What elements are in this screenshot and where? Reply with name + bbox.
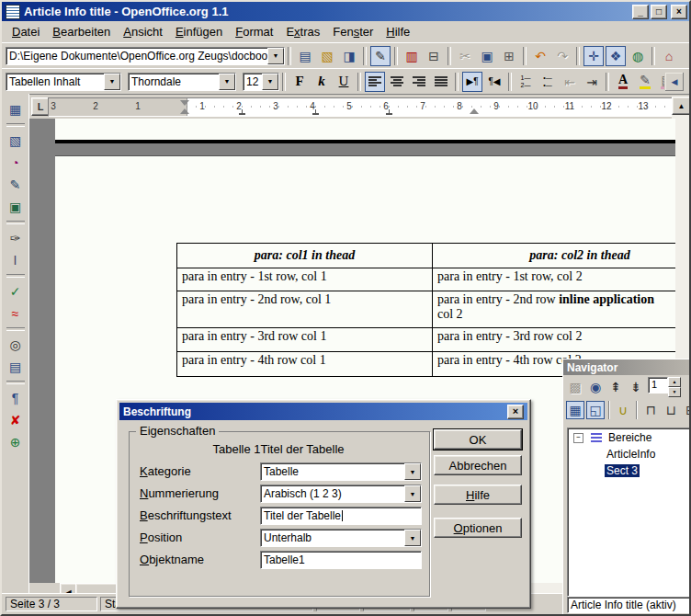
page-number-value[interactable]: 1 [648, 377, 668, 394]
data-sources-button[interactable]: ▤ [6, 357, 26, 377]
scroll-up-button[interactable]: ▲ [672, 97, 691, 115]
undo-button[interactable]: ↶ [530, 46, 550, 66]
url-combobox[interactable]: D:\Eigene Dokumente\OpenOffice.org Zeugs… [6, 47, 285, 65]
increase-indent-button[interactable]: ⇥ [582, 72, 602, 92]
menu-format[interactable]: Format [229, 23, 279, 40]
font-dropdown-arrow-icon[interactable]: ▼ [219, 74, 235, 90]
font-color-button[interactable]: A [613, 72, 633, 92]
table-cell[interactable]: para in entry - 2nd row, col 1 [177, 291, 433, 328]
cancel-button[interactable]: Abbrechen [434, 455, 522, 475]
table-header-cell[interactable]: para: col2 in thead [433, 244, 676, 268]
align-center-button[interactable] [387, 72, 407, 92]
cut-button[interactable]: ✂ [455, 46, 475, 66]
table-cell[interactable]: para in entry - 3rd row col 1 [177, 328, 433, 352]
tree-expander-icon[interactable]: − [573, 433, 583, 443]
navigator-toggle-button[interactable]: ✛ [583, 46, 604, 66]
content-view-button[interactable]: ▦ [566, 401, 584, 419]
hyperlink-dialog-button[interactable]: ◍ [628, 46, 648, 66]
table-cell[interactable]: para in entry - 2nd row inline applicati… [433, 291, 676, 328]
italic-button[interactable]: k [312, 72, 332, 92]
dropdown-arrow-icon[interactable]: ▼ [404, 530, 421, 546]
find-replace-button[interactable]: ◎ [6, 335, 26, 355]
menu-bearbeiten[interactable]: Bearbeiten [46, 23, 117, 40]
nonprinting-characters-button[interactable]: ¶ [6, 388, 26, 408]
menu-einfgen[interactable]: Einfügen [169, 23, 229, 40]
header-toggle-button[interactable]: ⊓ [641, 401, 660, 419]
drag-mode-button[interactable]: ◱ [586, 401, 605, 419]
insert-object-button[interactable]: ◔ [6, 153, 26, 173]
position-combobox[interactable]: Unterhalb▼ [260, 529, 422, 547]
minimize-button[interactable]: _ [632, 5, 649, 19]
menu-hilfe[interactable]: Hilfe [379, 23, 416, 40]
bold-button[interactable]: F [289, 72, 310, 92]
open-document-button[interactable]: ▧ [317, 46, 337, 66]
right-margin-marker[interactable] [470, 108, 479, 114]
auto-spellcheck-button[interactable]: ≈ [6, 303, 26, 324]
insert-form-field-button[interactable]: ▣ [6, 197, 26, 217]
navigator-window[interactable]: Navigator ▩◉⇞⇟1▲▼ ▦◱∪⊓⊔⊞ −BereicheArticl… [562, 359, 691, 616]
paragraph-style-combobox[interactable]: Tabellen Inhalt ▼ [6, 73, 121, 91]
gallery-button[interactable]: ⌂ [659, 46, 679, 66]
text-direction-rtl-button[interactable]: ¶◀ [484, 72, 504, 92]
autotext-button[interactable]: ✑ [6, 228, 26, 248]
spin-up-button[interactable]: ▲ [668, 377, 681, 387]
table-cell[interactable]: para in entry - 3rd row col 2 [433, 328, 676, 352]
nummerierung-combobox[interactable]: Arabisch (1 2 3)▼ [260, 485, 422, 503]
align-right-button[interactable] [409, 72, 429, 92]
maximize-button[interactable]: □ [651, 5, 667, 19]
horizontal-ruler[interactable]: 3211234567891011121314 [48, 97, 677, 117]
help-button[interactable]: Hilfe [434, 485, 522, 505]
font-name-combobox[interactable]: Thorndale ▼ [128, 73, 236, 91]
page-indicator[interactable]: Seite 3 / 3 [6, 597, 97, 611]
indent-marker[interactable] [180, 100, 189, 106]
indent-marker[interactable] [180, 108, 189, 114]
size-dropdown-arrow-icon[interactable]: ▼ [262, 74, 278, 90]
table-header-cell[interactable]: para: col1 in thead [177, 244, 433, 268]
next-page-button[interactable]: ⇟ [627, 378, 645, 396]
bullet-list-button[interactable]: •— •— [538, 72, 558, 92]
dialog-close-button[interactable]: × [507, 405, 524, 419]
options-button[interactable]: Optionen [434, 518, 522, 538]
tab-type-selector[interactable]: L [31, 97, 50, 116]
graphics-toggle-button[interactable]: ✘ [6, 410, 26, 430]
beschriftungstext-input[interactable]: Titel der Tabelle [260, 507, 422, 525]
menu-fenster[interactable]: Fenster [326, 23, 379, 40]
spin-down-button[interactable]: ▼ [668, 387, 681, 397]
document-table[interactable]: para: col1 in thead para: col2 in thead … [176, 243, 675, 377]
dropdown-arrow-icon[interactable]: ▼ [404, 463, 421, 480]
edit-file-button[interactable]: ✎ [370, 46, 391, 66]
font-size-combobox[interactable]: 12 ▼ [243, 73, 279, 91]
menu-datei[interactable]: Datei [6, 23, 46, 40]
toggle-list-box-button[interactable]: ▩ [566, 378, 584, 396]
decrease-indent-button[interactable]: ⇤ [560, 72, 580, 92]
tree-item-bereiche[interactable]: −Bereiche [568, 430, 691, 445]
menu-ansicht[interactable]: Ansicht [117, 23, 169, 40]
tree-item-articleinfo[interactable]: ArticleInfo [568, 447, 691, 462]
spellcheck-button[interactable]: ✓ [6, 281, 26, 302]
print-file-button[interactable]: ⊟ [424, 46, 444, 66]
online-layout-button[interactable]: ⊕ [6, 432, 26, 452]
navigator-title-bar[interactable]: Navigator [563, 359, 691, 375]
dropdown-arrow-icon[interactable]: ▼ [404, 485, 421, 502]
text-direction-ltr-button[interactable]: ▶¶ [462, 72, 482, 92]
insert-table-button[interactable]: ▦ [6, 99, 26, 120]
table-cell[interactable]: para in entry - 1st row, col 2 [433, 268, 676, 291]
caption-dialog[interactable]: Beschriftung × Eigenschaften Tabelle 1Ti… [116, 399, 531, 609]
page-spinner[interactable]: 1▲▼ [648, 377, 681, 397]
dialog-title-bar[interactable]: Beschriftung × [119, 403, 527, 420]
set-reminder-button[interactable]: ∪ [614, 401, 632, 419]
paste-button[interactable]: ⊞ [499, 46, 519, 66]
save-document-button[interactable]: ◨ [339, 46, 359, 66]
stylist-button[interactable]: ❖ [606, 46, 626, 66]
menu-extras[interactable]: Extras [279, 23, 326, 40]
navigation-button[interactable]: ◉ [586, 378, 605, 396]
new-document-button[interactable]: ▤ [295, 46, 315, 66]
ok-button[interactable]: OK [434, 429, 522, 450]
anchor-text-toggle-button[interactable]: ⊞ [682, 401, 691, 419]
table-cell[interactable]: para in entry - 1st row, col 1 [177, 268, 433, 291]
redo-button[interactable]: ↷ [552, 46, 572, 66]
objektname-input[interactable]: Tabelle1 [260, 551, 422, 569]
numbered-list-button[interactable]: 1— 2— [515, 72, 536, 92]
copy-button[interactable]: ▣ [477, 46, 497, 66]
align-justify-button[interactable] [431, 72, 451, 92]
